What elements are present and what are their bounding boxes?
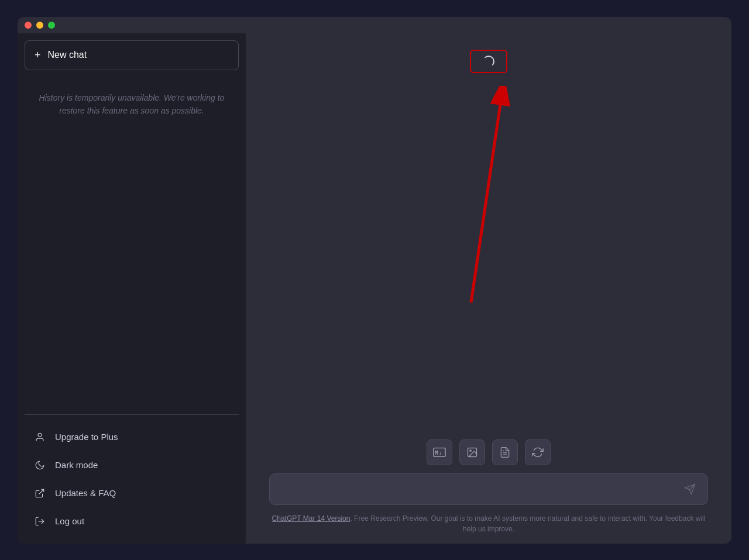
sidebar: + New chat History is temporarily unavai… <box>18 33 246 544</box>
svg-text:↓: ↓ <box>439 449 442 455</box>
footer-link[interactable]: ChatGPT Mar 14 Version <box>272 514 351 523</box>
svg-point-0 <box>38 433 42 437</box>
loading-box <box>470 50 507 73</box>
sidebar-item-faq[interactable]: Updates & FAQ <box>25 480 239 506</box>
moon-icon <box>34 459 46 471</box>
logout-label: Log out <box>55 516 84 526</box>
loading-spinner <box>483 56 494 67</box>
upgrade-label: Upgrade to Plus <box>55 432 118 442</box>
svg-line-1 <box>39 489 44 494</box>
svg-point-9 <box>470 449 472 451</box>
close-button[interactable] <box>25 22 32 29</box>
sidebar-spacer <box>25 129 239 409</box>
external-link-icon <box>34 487 46 499</box>
footer-text: ChatGPT Mar 14 Version. Free Research Pr… <box>269 511 708 539</box>
markdown-button[interactable]: M ↓ <box>427 439 452 465</box>
logout-icon <box>34 516 46 527</box>
loading-indicator-container <box>470 50 507 73</box>
svg-line-4 <box>471 97 501 303</box>
new-chat-button[interactable]: + New chat <box>25 40 239 70</box>
pdf-button[interactable] <box>492 439 518 465</box>
plugin-button[interactable] <box>525 439 551 465</box>
image-button[interactable] <box>459 439 485 465</box>
toolbar: M ↓ <box>269 439 708 465</box>
chat-input[interactable] <box>279 484 682 494</box>
darkmode-label: Dark mode <box>55 460 98 470</box>
history-message: History is temporarily unavailable. We'r… <box>25 80 239 129</box>
app-body: + New chat History is temporarily unavai… <box>18 33 731 544</box>
sidebar-item-logout[interactable]: Log out <box>25 509 239 534</box>
sidebar-divider <box>25 414 239 415</box>
sidebar-item-upgrade[interactable]: Upgrade to Plus <box>25 424 239 450</box>
minimize-button[interactable] <box>36 22 43 29</box>
svg-text:M: M <box>435 449 438 455</box>
maximize-button[interactable] <box>48 22 55 29</box>
person-icon <box>34 431 46 443</box>
bottom-area: M ↓ <box>246 432 731 544</box>
faq-label: Updates & FAQ <box>55 488 116 498</box>
send-button[interactable] <box>682 481 698 497</box>
main-content: M ↓ <box>246 33 731 544</box>
chat-area <box>246 33 731 432</box>
input-area[interactable] <box>269 473 708 505</box>
plus-icon: + <box>35 49 41 61</box>
app-window: + New chat History is temporarily unavai… <box>18 17 731 544</box>
sidebar-item-darkmode[interactable]: Dark mode <box>25 452 239 478</box>
footer-description: . Free Research Preview. Our goal is to … <box>350 514 705 533</box>
new-chat-label: New chat <box>48 50 87 60</box>
red-arrow-annotation <box>453 86 524 308</box>
title-bar <box>18 17 731 33</box>
